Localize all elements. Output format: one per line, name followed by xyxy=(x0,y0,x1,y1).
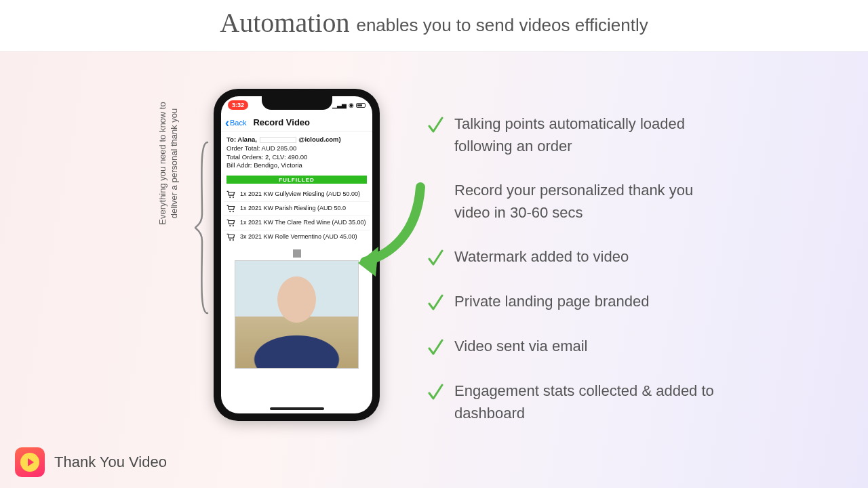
line-item: 1x 2021 KW The Clare Red Wine (AUD 35.00… xyxy=(224,216,370,230)
vertical-caption: Everything you need to know to deliver a… xyxy=(157,72,180,255)
check-icon xyxy=(427,293,443,313)
brand-badge: Thank You Video xyxy=(15,447,167,477)
page-header: Automation enables you to send videos ef… xyxy=(0,0,868,52)
back-button[interactable]: Back xyxy=(225,119,246,127)
brace-icon xyxy=(193,140,210,316)
arrow-icon xyxy=(353,174,427,289)
svg-point-0 xyxy=(229,197,231,198)
cart-icon xyxy=(226,233,236,241)
order-meta: To: Alana, @icloud.com) Order Total: AUD… xyxy=(221,131,372,173)
status-time: 3:32 xyxy=(228,100,248,110)
to-name: Alana, xyxy=(237,136,257,143)
vertical-caption-line2: deliver a personal thank you xyxy=(169,72,180,255)
nav-title: Record Video xyxy=(253,117,310,127)
to-prefix: To: xyxy=(226,136,237,143)
redacted-email xyxy=(260,137,296,143)
feature-item: Video sent via email xyxy=(427,335,814,358)
feature-item: Watermark added to video xyxy=(427,245,814,268)
line-item: 3x 2021 KW Rolle Vermentino (AUD 45.00) xyxy=(224,230,370,244)
cart-icon xyxy=(226,219,236,227)
svg-point-5 xyxy=(233,225,234,226)
to-email-suffix: @icloud.com) xyxy=(298,136,341,143)
video-preview xyxy=(235,260,359,369)
navbar: Back Record Video xyxy=(221,114,372,131)
svg-point-2 xyxy=(229,211,231,212)
svg-point-6 xyxy=(229,239,231,241)
feature-text: Engagement stats collected & added to da… xyxy=(454,380,726,424)
meta-order-total: Order Total: AUD 285.00 xyxy=(226,144,367,153)
brand-icon xyxy=(15,447,45,477)
feature-text: Talking points automatically loaded foll… xyxy=(454,113,726,157)
home-indicator xyxy=(270,407,324,410)
feature-item: Private landing page branded xyxy=(427,290,814,313)
line-item: 1x 2021 KW Gullyview Riesling (AUD 50.00… xyxy=(224,188,370,202)
phone-screen: 3:32 ▁▃▅ ◉ Back Record Video To: Alana, … xyxy=(221,96,372,413)
stop-recording-button[interactable] xyxy=(293,249,301,258)
cart-icon xyxy=(226,190,236,199)
status-badge: FULFILLED xyxy=(226,176,367,184)
check-icon xyxy=(427,248,443,268)
feature-text: Video sent via email xyxy=(454,335,588,357)
automation-word: Automation xyxy=(220,7,349,39)
signal-icon: ▁▃▅ xyxy=(332,102,347,108)
meta-total-orders: Total Orders: 2, CLV: 490.00 xyxy=(226,153,367,162)
line-item-text: 1x 2021 KW The Clare Red Wine (AUD 35.00… xyxy=(240,219,366,226)
line-item-text: 1x 2021 KW Parish Riesling (AUD 50.0 xyxy=(240,205,346,212)
feature-item: Engagement stats collected & added to da… xyxy=(427,380,814,424)
header-rest: enables you to send videos efficiently xyxy=(356,15,648,36)
svg-point-1 xyxy=(233,197,234,198)
svg-point-4 xyxy=(229,225,231,226)
brand-name: Thank You Video xyxy=(54,453,167,471)
status-right: ▁▃▅ ◉ xyxy=(332,102,366,108)
battery-icon xyxy=(356,103,366,108)
cart-icon xyxy=(226,205,236,213)
line-items: 1x 2021 KW Gullyview Riesling (AUD 50.00… xyxy=(221,184,372,245)
play-icon xyxy=(28,458,34,466)
feature-item: Talking points automatically loaded foll… xyxy=(427,113,814,157)
line-item: 1x 2021 KW Parish Riesling (AUD 50.0 xyxy=(224,202,370,216)
svg-point-7 xyxy=(233,239,234,241)
phone-notch xyxy=(262,96,332,110)
feature-text: Watermark added to video xyxy=(454,245,629,268)
line-item-text: 3x 2021 KW Rolle Vermentino (AUD 45.00) xyxy=(240,233,357,241)
check-icon xyxy=(427,115,443,136)
meta-bill-addr: Bill Addr: Bendigo, Victoria xyxy=(226,161,367,170)
feature-text: Record your personalized thank you video… xyxy=(454,179,726,224)
wifi-icon: ◉ xyxy=(349,102,354,108)
play-circle-icon xyxy=(20,453,39,472)
feature-list: Talking points automatically loaded foll… xyxy=(427,113,814,424)
vertical-caption-line1: Everything you need to know to xyxy=(157,72,169,255)
svg-point-3 xyxy=(233,211,234,212)
feature-item: Record your personalized thank you video… xyxy=(427,179,814,224)
feature-text: Private landing page branded xyxy=(454,290,649,312)
line-item-text: 1x 2021 KW Gullyview Riesling (AUD 50.00… xyxy=(240,190,360,198)
check-icon xyxy=(427,382,443,403)
check-icon xyxy=(427,338,443,358)
main-content: Everything you need to know to deliver a… xyxy=(0,52,868,488)
